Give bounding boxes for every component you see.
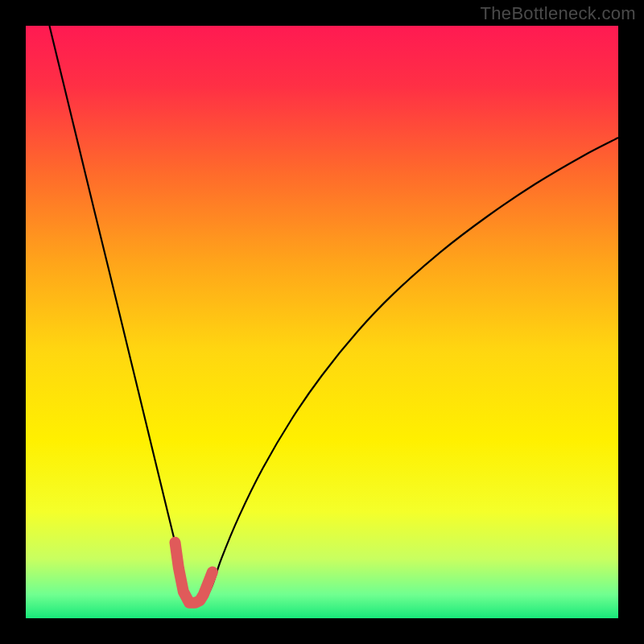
chart-svg [26,26,618,618]
watermark-text: TheBottleneck.com [481,3,636,24]
chart-frame: TheBottleneck.com [0,0,644,644]
plot-area [26,26,618,618]
gradient-background [26,26,618,618]
